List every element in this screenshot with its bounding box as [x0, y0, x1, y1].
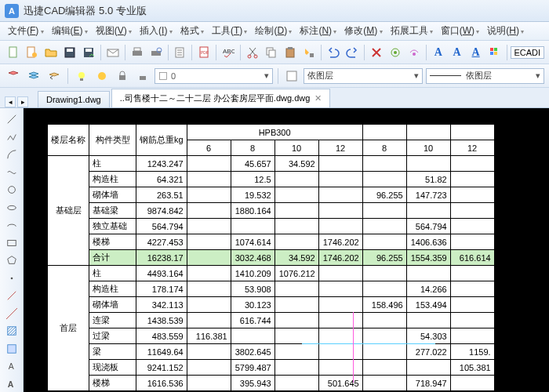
polygon-tool[interactable]	[2, 252, 21, 269]
spline-tool[interactable]	[2, 165, 21, 181]
point-tool[interactable]	[2, 270, 21, 287]
dropdown-icon: ▾	[536, 71, 540, 81]
hatch-tool[interactable]	[2, 323, 21, 339]
redo-button[interactable]	[344, 44, 361, 61]
tab-label: Drawing1.dwg	[46, 95, 101, 104]
svg-line-37	[7, 115, 16, 124]
tab-active-doc[interactable]: ..司售楼十二～二十二层 办公套房层平面.dwg.dwg✕	[111, 89, 331, 107]
match-button[interactable]	[300, 44, 318, 61]
mail-button[interactable]	[104, 44, 122, 61]
text-tool[interactable]: A	[2, 358, 21, 375]
rect-tool[interactable]	[2, 235, 21, 252]
app-icon: A	[5, 4, 19, 18]
dropdown-icon: ▾	[414, 71, 419, 81]
pdf-button[interactable]: PDF	[195, 44, 213, 61]
document-tabbar: ◂ ▸ Drawing1.dwg ..司售楼十二～二十二层 办公套房层平面.dw…	[0, 88, 549, 108]
copy-button[interactable]	[263, 44, 280, 61]
arc-tool[interactable]	[2, 147, 21, 163]
layer-states-button[interactable]	[25, 67, 42, 85]
undo-button[interactable]	[325, 44, 342, 61]
menu-插入[interactable]: 插入(I) ▾	[136, 23, 176, 39]
svg-rect-31	[80, 78, 83, 81]
crosshair-y	[353, 312, 354, 383]
drawing-canvas[interactable]: 楼层名称构件类型钢筋总重kgHPB30068101281012基础层柱1243.…	[24, 108, 549, 392]
menu-视图[interactable]: 视图(V) ▾	[93, 23, 135, 39]
paste-button[interactable]	[282, 44, 299, 61]
xline-tool[interactable]	[2, 306, 21, 322]
svg-rect-35	[160, 72, 167, 79]
layer-name-combo[interactable]: 0 ▾	[155, 68, 273, 84]
tab-drawing1[interactable]: Drawing1.dwg	[38, 91, 110, 107]
cut-button[interactable]	[244, 44, 261, 61]
line-tool[interactable]	[2, 111, 21, 128]
menu-文件[interactable]: 文件(F) ▾	[5, 23, 47, 39]
new-button[interactable]	[5, 44, 22, 61]
save-button[interactable]	[61, 44, 78, 61]
plot-icon[interactable]	[134, 67, 151, 85]
svg-rect-45	[7, 345, 16, 354]
tab-label: ..司售楼十二～二十二层 办公套房层平面.dwg.dwg	[120, 93, 311, 103]
menu-工具[interactable]: 工具(T) ▾	[209, 23, 251, 39]
svg-rect-34	[140, 76, 146, 80]
menu-编辑[interactable]: 编辑(E) ▾	[49, 23, 91, 39]
bylayer-label-1: 依图层	[307, 70, 333, 82]
bylayer-combo-1[interactable]: 依图层 ▾	[304, 68, 422, 84]
ray-tool[interactable]	[2, 288, 21, 304]
open-button[interactable]	[42, 44, 60, 61]
bylayer-combo-2[interactable]: 依图层 ▾	[426, 68, 544, 84]
polyline-tool[interactable]	[2, 129, 21, 146]
tab-close-icon[interactable]: ✕	[314, 93, 322, 103]
text-style-a1[interactable]: A	[430, 44, 447, 61]
text-style-a2[interactable]: A	[449, 44, 466, 61]
rebar-table: 楼层名称构件类型钢筋总重kgHPB30068101281012基础层柱1243.…	[47, 124, 495, 391]
svg-rect-6	[85, 49, 92, 52]
text-style-a3[interactable]: A	[467, 44, 485, 61]
crosshair-x	[302, 343, 435, 344]
bulb-icon[interactable]	[73, 67, 90, 85]
tab-next-button[interactable]: ▸	[17, 96, 28, 107]
print-preview-button[interactable]	[147, 44, 165, 61]
menu-修改[interactable]: 修改(M) ▾	[341, 23, 385, 39]
svg-rect-28	[490, 52, 493, 55]
svg-rect-9	[134, 48, 140, 51]
menu-标注[interactable]: 标注(N) ▾	[296, 23, 340, 39]
svg-line-42	[7, 292, 16, 300]
linetype-preview	[430, 75, 461, 76]
menu-说明[interactable]: 说明(H) ▾	[484, 23, 527, 39]
mtext-tool[interactable]: A	[2, 376, 21, 393]
tab-prev-button[interactable]: ◂	[5, 96, 16, 107]
tool2-button[interactable]	[405, 44, 423, 61]
new-wizard-button[interactable]	[24, 44, 41, 61]
svg-text:ABC: ABC	[223, 48, 235, 55]
svg-rect-20	[286, 49, 294, 57]
dropdown-icon: ▾	[264, 71, 269, 81]
menu-窗口[interactable]: 窗口(W) ▾	[438, 23, 483, 39]
svg-text:A: A	[7, 379, 13, 389]
layer-explorer-button[interactable]	[5, 67, 22, 85]
ecadi-label: ECADI	[511, 46, 545, 59]
circle-tool[interactable]	[2, 182, 21, 198]
freeze-icon[interactable]	[93, 67, 111, 85]
audit-button[interactable]	[172, 44, 189, 61]
color-button[interactable]	[486, 44, 504, 61]
menu-格式[interactable]: 格式 ▾	[177, 23, 207, 39]
saveas-button[interactable]	[80, 44, 97, 61]
color-swatch[interactable]	[283, 67, 300, 85]
ellipse-arc-tool[interactable]	[2, 217, 21, 234]
svg-point-2	[32, 53, 37, 57]
draw-toolbar: A A	[0, 108, 24, 392]
tool1-button[interactable]	[387, 44, 404, 61]
spell-button[interactable]: ABC	[220, 44, 237, 61]
svg-rect-27	[494, 48, 497, 51]
print-button[interactable]	[129, 44, 146, 61]
delete-button[interactable]	[368, 44, 385, 61]
menu-拓展工具[interactable]: 拓展工具 ▾	[387, 23, 436, 39]
ellipse-tool[interactable]	[2, 200, 21, 216]
svg-line-43	[6, 308, 17, 319]
svg-point-30	[78, 72, 85, 78]
layer-prev-button[interactable]	[45, 67, 63, 85]
region-tool[interactable]	[2, 341, 21, 358]
menu-绘制[interactable]: 绘制(D) ▾	[252, 23, 295, 39]
layer-zero-label: 0	[171, 71, 176, 81]
lock-icon[interactable]	[114, 67, 131, 85]
